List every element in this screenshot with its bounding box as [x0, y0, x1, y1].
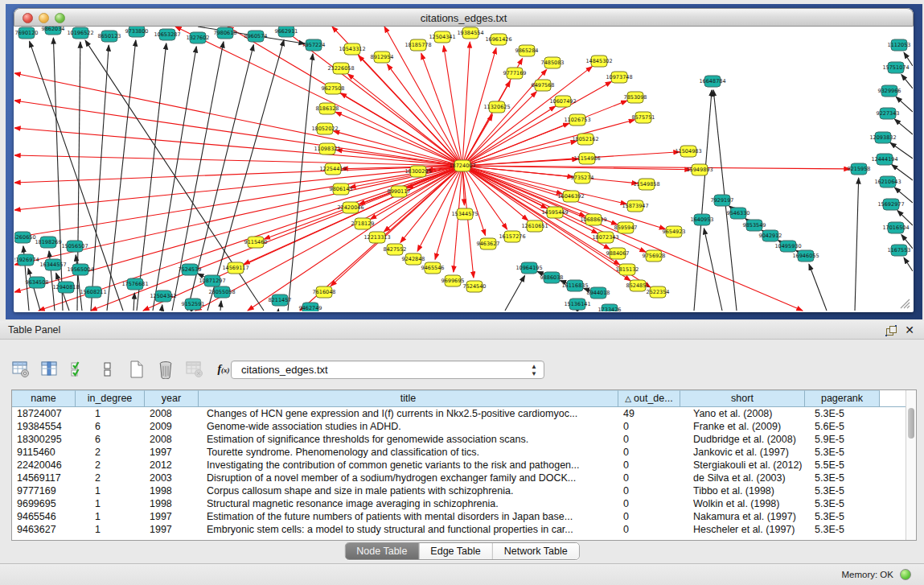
- graph-node[interactable]: 12504342: [150, 290, 176, 302]
- graph-node[interactable]: 14845302: [585, 56, 612, 67]
- graph-node[interactable]: 15949893: [686, 164, 713, 175]
- citation-edge-red[interactable]: [248, 166, 462, 311]
- graph-node[interactable]: 9862034: [42, 27, 65, 35]
- graph-node[interactable]: 1640953: [691, 214, 714, 225]
- table-panel-header[interactable]: Table Panel ✕: [0, 321, 924, 340]
- window-resize-grip[interactable]: [899, 298, 910, 309]
- graph-node[interactable]: 15751074: [882, 62, 909, 73]
- graph-node[interactable]: 7929197: [711, 195, 734, 206]
- column-header-name[interactable]: name: [12, 390, 76, 407]
- citation-edge-black[interactable]: [894, 119, 913, 134]
- citation-edge-red[interactable]: [14, 166, 462, 183]
- column-header-out_degree[interactable]: △out_de...: [618, 390, 680, 407]
- graph-node[interactable]: 7980618: [214, 27, 237, 39]
- citation-edge-red[interactable]: [462, 106, 556, 166]
- citation-edge-black[interactable]: [809, 264, 827, 311]
- graph-node[interactable]: 18052022: [311, 123, 338, 134]
- network-window-titlebar[interactable]: citations_edges.txt: [14, 8, 914, 27]
- graph-node[interactable]: 6497568: [532, 80, 555, 91]
- citation-edge-red[interactable]: [444, 46, 462, 166]
- graph-node[interactable]: 10543312: [339, 43, 365, 55]
- graph-node[interactable]: 12254419: [319, 163, 346, 175]
- graph-node[interactable]: 18198269: [35, 237, 61, 248]
- graph-node[interactable]: 16046392: [557, 191, 584, 202]
- citation-edge-black[interactable]: [904, 257, 913, 271]
- graph-node[interactable]: 23055058: [208, 286, 235, 298]
- table-row[interactable]: 1830029562008Estimation of significance …: [12, 433, 916, 446]
- graph-node[interactable]: 9777169: [503, 68, 527, 79]
- citation-edge-red[interactable]: [462, 42, 470, 166]
- citation-edge-red[interactable]: [462, 166, 850, 169]
- graph-node[interactable]: 18185778: [405, 39, 431, 51]
- citation-edge-black[interactable]: [901, 75, 913, 89]
- table-row[interactable]: 2242004622012Investigating the contribut…: [12, 459, 916, 472]
- citation-edge-red[interactable]: [14, 73, 462, 166]
- graph-node[interactable]: 8575751: [632, 112, 655, 123]
- table-row[interactable]: 1938455462009Genome-wide association stu…: [12, 420, 916, 433]
- table-row[interactable]: 1456911722003Disruption of a novel membe…: [12, 472, 916, 484]
- citation-edge-black[interactable]: [694, 90, 712, 311]
- float-panel-icon[interactable]: [885, 325, 897, 336]
- graph-node[interactable]: 9634508: [26, 277, 49, 288]
- graph-node[interactable]: 11154986: [573, 153, 600, 164]
- graph-node[interactable]: 15692977: [877, 199, 904, 210]
- graph-node[interactable]: 7957224: [302, 39, 326, 51]
- graph-node[interactable]: 15608211: [80, 286, 106, 298]
- table-row[interactable]: 977716911998Corpus callosum shape and si…: [12, 484, 916, 497]
- graph-node[interactable]: 16961426: [485, 34, 511, 45]
- graph-node[interactable]: 10653287: [154, 29, 180, 40]
- graph-node[interactable]: 9865284: [515, 45, 539, 56]
- scrollbar-thumb[interactable]: [908, 408, 914, 439]
- graph-node[interactable]: 9329966: [878, 85, 901, 97]
- graph-node[interactable]: 12610651: [521, 220, 548, 232]
- citation-edge-black[interactable]: [133, 293, 134, 311]
- graph-node[interactable]: 11549858: [633, 179, 659, 190]
- delete-table-icon[interactable]: [185, 360, 204, 379]
- memory-status-icon[interactable]: [900, 569, 911, 580]
- graph-node[interactable]: 1815132: [616, 264, 639, 275]
- graph-node[interactable]: 8960574: [244, 31, 268, 42]
- graph-node[interactable]: 9733800: [125, 27, 149, 37]
- column-header-year[interactable]: year: [145, 390, 199, 407]
- graph-node[interactable]: 9465546: [421, 262, 445, 274]
- graph-node[interactable]: 8427552: [384, 244, 407, 255]
- citation-edge-red[interactable]: [462, 166, 626, 204]
- graph-node[interactable]: 23226058: [327, 63, 354, 74]
- table-settings-icon[interactable]: [11, 360, 31, 379]
- citation-edge-black[interactable]: [505, 276, 525, 311]
- citation-edge-red[interactable]: [462, 120, 634, 166]
- citation-edge-black[interactable]: [855, 178, 859, 311]
- column-header-short[interactable]: short: [680, 390, 805, 407]
- graph-node[interactable]: 8944018: [587, 287, 610, 299]
- graph-node[interactable]: 8912954: [371, 51, 394, 63]
- graph-node[interactable]: 7524540: [463, 281, 487, 292]
- table-row[interactable]: 969969511998Structural magnetic resonanc…: [12, 497, 916, 510]
- graph-node[interactable]: 10196522: [67, 27, 93, 39]
- citation-edge-red[interactable]: [143, 166, 462, 311]
- graph-node[interactable]: 17016504: [882, 222, 909, 233]
- graph-node[interactable]: 1733426: [598, 304, 622, 311]
- network-window[interactable]: citations_edges.txt 18724007105433122322…: [14, 8, 914, 312]
- citation-edge-black[interactable]: [896, 97, 913, 112]
- graph-node[interactable]: 19565004: [67, 264, 93, 275]
- graph-node[interactable]: 9227343: [877, 108, 900, 119]
- close-panel-icon[interactable]: ✕: [905, 323, 914, 336]
- column-header-in_degree[interactable]: in_degree: [76, 390, 145, 407]
- graph-node[interactable]: 16344557: [39, 259, 66, 270]
- table-row[interactable]: 911546021997Tourette syndrome. Phenomeno…: [12, 446, 916, 459]
- citation-edge-black[interactable]: [107, 40, 136, 311]
- table-row[interactable]: 946362711997Embryonic stem cells: a mode…: [12, 523, 916, 536]
- graph-node[interactable]: 9115460: [244, 237, 268, 248]
- graph-node[interactable]: 9462749: [299, 303, 322, 311]
- graph-node[interactable]: 16648784: [699, 76, 725, 87]
- graph-node[interactable]: 12504341: [429, 31, 455, 43]
- graph-node[interactable]: 9654923: [663, 226, 686, 237]
- graph-node[interactable]: 2522354: [647, 286, 670, 298]
- graph-node[interactable]: 7690120: [15, 27, 39, 39]
- tab-edge-table[interactable]: Edge Table: [419, 543, 492, 559]
- network-canvas[interactable]: 1872400710543312232260589627508818632818…: [14, 27, 913, 311]
- graph-node[interactable]: 21926974: [14, 254, 39, 266]
- graph-node[interactable]: 9806143: [330, 183, 353, 195]
- table-scrollbar[interactable]: [906, 390, 916, 540]
- graph-node[interactable]: 10495930: [774, 241, 801, 252]
